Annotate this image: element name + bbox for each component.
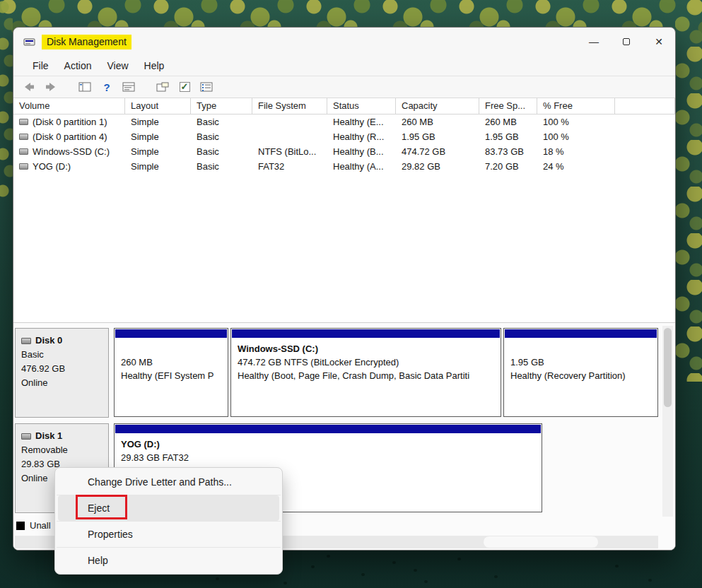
volume-cell: (Disk 0 partition 1) [13,114,125,129]
partition-color-bar [232,329,500,338]
wallpaper-fish-dots [0,0,2,1]
file-system-cell [252,114,327,129]
close-button[interactable]: ✕ [643,28,675,56]
menu-help[interactable]: Help [136,57,172,74]
free-space-cell: 83.73 GB [479,144,537,159]
file-system-cell: NTFS (BitLo... [252,144,327,159]
partition-size: 474.72 GB NTFS (BitLocker Encrypted) [238,355,494,369]
capacity-cell: 260 MB [396,114,479,129]
blank-cell [615,144,675,159]
disk-name: Disk 0 [35,334,62,348]
type-cell: Basic [191,159,252,174]
percent-free-cell: 18 % [537,144,615,159]
disk-icon [21,433,31,440]
disk-icon [21,338,31,344]
table-row[interactable]: (Disk 0 partition 4) Simple Basic Health… [13,129,675,144]
scrollbar-thumb[interactable] [664,328,672,407]
back-icon[interactable] [22,80,36,94]
context-menu-item-change-drive-letter[interactable]: Change Drive Letter and Paths... [58,469,279,495]
type-cell: Basic [191,129,252,144]
titlebar: Disk Management — ✕ [13,28,675,56]
set-options-icon[interactable]: ✓ [177,80,192,94]
partition-title: YOG (D:) [121,437,535,451]
column-header-status[interactable]: Status [327,98,396,114]
volume-name: (Disk 0 partition 1) [33,117,107,127]
window-title: Disk Management [42,35,131,49]
layout-cell: Simple [125,114,191,129]
capacity-cell: 474.72 GB [396,144,479,159]
partition-efi[interactable]: 260 MB Healthy (EFI System P [114,328,228,417]
export-list-icon[interactable] [122,80,136,94]
console-tree-icon[interactable] [78,80,92,94]
wallpaper-moss-left [0,0,13,198]
partition-size: 260 MB [121,355,221,369]
blank-cell [615,129,675,144]
volume-list-header: Volume Layout Type File System Status Ca… [13,98,675,114]
volume-cell: (Disk 0 partition 4) [13,129,125,144]
capacity-cell: 29.82 GB [396,159,479,174]
table-row[interactable]: (Disk 0 partition 1) Simple Basic Health… [13,114,675,129]
scrollbar-thumb[interactable] [484,536,598,548]
volume-cell: Windows-SSD (C:) [13,144,125,159]
type-cell: Basic [191,144,252,159]
legend-unallocated: Unall [16,520,51,531]
blank-cell [615,159,675,174]
free-space-cell: 260 MB [479,114,537,129]
partition-color-bar [505,329,657,338]
partition-recovery[interactable]: 1.95 GB Healthy (Recovery Partition) [503,328,658,417]
action-pane-icon[interactable] [156,80,170,94]
column-header-layout[interactable]: Layout [125,98,191,114]
vertical-scrollbar[interactable] [662,326,673,517]
minimize-button[interactable]: — [578,28,610,56]
context-menu-item-help[interactable]: Help [58,548,279,573]
partition-size: 29.83 GB FAT32 [121,451,535,464]
context-menu-item-properties[interactable]: Properties [58,522,279,547]
partition-color-bar [115,425,541,433]
toolbar: ? ✓ [13,76,675,98]
column-header-free-space[interactable]: Free Sp... [479,98,537,114]
layout-cell: Simple [125,144,191,159]
volume-name: Windows-SSD (C:) [33,146,110,157]
layout-cell: Simple [125,129,191,144]
partition-status: Healthy (EFI System P [121,369,221,382]
column-header-type[interactable]: Type [191,98,252,114]
table-row[interactable]: YOG (D:) Simple Basic FAT32 Healthy (A..… [13,159,675,174]
volume-name: YOG (D:) [33,161,71,172]
column-header-capacity[interactable]: Capacity [396,98,479,114]
legend-label: Unall [30,520,51,531]
menu-view[interactable]: View [99,57,136,74]
disk-size: 476.92 GB [21,362,105,376]
partition-status: Healthy (Boot, Page File, Crash Dump, Ba… [238,369,494,382]
menu-action[interactable]: Action [57,57,100,74]
table-row[interactable]: Windows-SSD (C:) Simple Basic NTFS (BitL… [13,144,675,159]
wallpaper-moss-right [675,0,702,382]
free-space-cell: 1.95 GB [479,129,537,144]
forward-icon[interactable] [44,80,58,94]
column-header-volume[interactable]: Volume [13,98,125,114]
type-cell: Basic [191,114,252,129]
details-view-icon[interactable] [199,80,213,94]
capacity-cell: 1.95 GB [396,129,479,144]
help-icon[interactable]: ? [100,80,114,94]
partition-title: Windows-SSD (C:) [238,342,494,355]
partition-color-bar [115,329,227,338]
column-header-percent-free[interactable]: % Free [537,98,615,114]
percent-free-cell: 100 % [537,114,615,129]
disk-status: Online [21,376,105,390]
disk0-row: Disk 0 Basic 476.92 GB Online 260 MB Hea… [15,327,658,418]
volume-icon [19,134,28,140]
disk-kind: Basic [21,348,105,362]
disk0-header[interactable]: Disk 0 Basic 476.92 GB Online [15,328,109,418]
status-cell: Healthy (B... [327,144,396,159]
menu-file[interactable]: File [25,57,57,74]
maximize-button[interactable] [610,28,643,56]
column-header-file-system[interactable]: File System [252,98,327,114]
partition-status: Healthy (Recovery Partition) [510,369,651,382]
file-system-cell [252,129,327,144]
context-menu: Change Drive Letter and Paths... Eject P… [54,467,283,575]
partition-title [121,342,221,355]
volume-name: (Disk 0 partition 4) [33,131,107,142]
partition-windows-ssd[interactable]: Windows-SSD (C:) 474.72 GB NTFS (BitLock… [230,328,501,417]
volume-list-pane: Volume Layout Type File System Status Ca… [13,98,675,323]
partition-size: 1.95 GB [510,355,651,369]
